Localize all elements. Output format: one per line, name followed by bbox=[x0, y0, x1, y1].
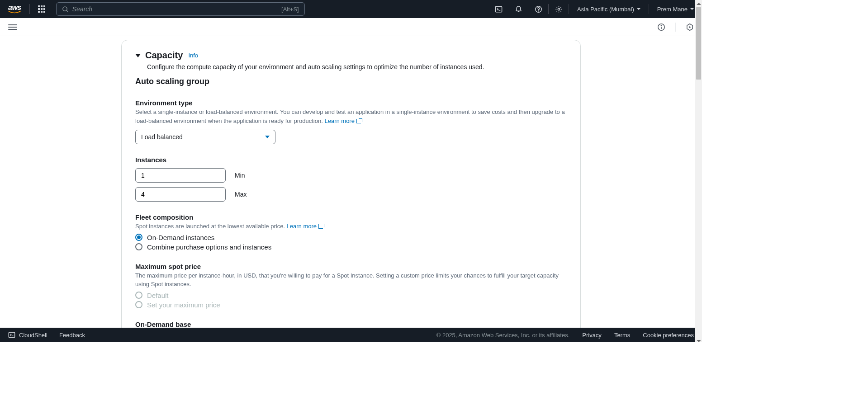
gear-icon bbox=[555, 5, 563, 13]
terms-link[interactable]: Terms bbox=[614, 332, 630, 339]
search-icon bbox=[62, 6, 69, 13]
services-menu-button[interactable] bbox=[30, 5, 53, 13]
copyright-text: © 2025, Amazon Web Services, Inc. or its… bbox=[436, 332, 570, 339]
caret-down-icon bbox=[637, 8, 640, 10]
instances-label: Instances bbox=[135, 156, 567, 164]
cloudshell-label: CloudShell bbox=[19, 332, 47, 339]
fleet-learn-more-link[interactable]: Learn more bbox=[287, 222, 324, 231]
account-menu[interactable]: Prem Mane bbox=[649, 6, 702, 13]
privacy-link[interactable]: Privacy bbox=[582, 332, 602, 339]
scroll-track[interactable] bbox=[695, 7, 702, 335]
fleet-help-text: Spot instances are launched at the lowes… bbox=[135, 223, 287, 230]
bell-icon bbox=[515, 5, 522, 13]
external-link-icon bbox=[318, 224, 324, 229]
env-type-select[interactable]: Load balanced bbox=[135, 130, 275, 144]
capacity-panel: Capacity Info Configure the compute capa… bbox=[121, 40, 581, 328]
grid-icon bbox=[38, 5, 45, 13]
svg-point-9 bbox=[661, 25, 662, 26]
cloudshell-nav-button[interactable] bbox=[489, 0, 508, 18]
panel-title: Capacity bbox=[145, 50, 183, 61]
instances-max-label: Max bbox=[235, 191, 247, 198]
fleet-ondemand-label: On-Demand instances bbox=[147, 234, 214, 241]
aws-smile-icon bbox=[8, 11, 21, 14]
feedback-link[interactable]: Feedback bbox=[59, 332, 85, 339]
help-button[interactable] bbox=[528, 0, 548, 18]
external-link-icon bbox=[356, 118, 362, 123]
instances-max-input[interactable] bbox=[135, 187, 226, 202]
separator bbox=[675, 23, 676, 32]
cloudshell-footer-button[interactable]: CloudShell bbox=[8, 331, 47, 339]
fleet-help: Spot instances are launched at the lowes… bbox=[135, 222, 567, 231]
learn-more-text: Learn more bbox=[324, 117, 354, 126]
aws-logo[interactable]: aws bbox=[0, 4, 29, 14]
svg-point-5 bbox=[538, 10, 539, 11]
spot-label: Maximum spot price bbox=[135, 263, 567, 270]
browser-scrollbar[interactable] bbox=[695, 0, 702, 342]
caret-down-icon bbox=[690, 8, 694, 10]
settings-button[interactable] bbox=[549, 0, 569, 18]
fleet-ondemand-radio[interactable] bbox=[135, 234, 142, 241]
cloudshell-icon bbox=[8, 331, 15, 339]
top-nav: aws [Alt+S] bbox=[0, 0, 702, 18]
search-input[interactable] bbox=[72, 5, 281, 13]
footer: CloudShell Feedback © 2025, Amazon Web S… bbox=[0, 328, 702, 342]
search-shortcut: [Alt+S] bbox=[281, 6, 299, 13]
help-panel-toggle[interactable] bbox=[686, 23, 694, 31]
help-icon bbox=[535, 5, 542, 13]
spot-default-label: Default bbox=[147, 292, 169, 299]
scroll-thumb[interactable] bbox=[696, 7, 701, 80]
aws-logo-text: aws bbox=[8, 4, 21, 11]
spot-custom-label: Set your maximum price bbox=[147, 301, 220, 309]
svg-point-6 bbox=[558, 8, 560, 10]
scroll-up-arrow[interactable] bbox=[695, 0, 702, 7]
search-box[interactable]: [Alt+S] bbox=[56, 2, 305, 16]
info-icon bbox=[657, 23, 665, 31]
cloudshell-icon bbox=[495, 5, 503, 13]
svg-point-0 bbox=[63, 6, 67, 10]
region-selector[interactable]: Asia Pacific (Mumbai) bbox=[569, 6, 649, 13]
spot-default-radio bbox=[135, 292, 142, 299]
info-panel-toggle[interactable] bbox=[657, 23, 665, 31]
svg-line-1 bbox=[66, 10, 68, 12]
info-link[interactable]: Info bbox=[188, 52, 198, 59]
instances-min-input[interactable] bbox=[135, 168, 226, 183]
side-nav-toggle[interactable] bbox=[8, 23, 17, 31]
sub-bar bbox=[0, 18, 702, 36]
fleet-label: Fleet composition bbox=[135, 213, 567, 221]
spot-help: The maximum price per instance-hour, in … bbox=[135, 271, 567, 289]
fleet-combine-label: Combine purchase options and instances bbox=[147, 243, 271, 251]
scroll-down-arrow[interactable] bbox=[695, 335, 702, 342]
env-type-value: Load balanced bbox=[141, 133, 183, 141]
region-label: Asia Pacific (Mumbai) bbox=[577, 6, 634, 13]
auto-scaling-heading: Auto scaling group bbox=[135, 77, 567, 86]
fleet-combine-radio[interactable] bbox=[135, 243, 142, 250]
ondemand-base-label: On-Demand base bbox=[135, 320, 567, 328]
cookie-prefs-link[interactable]: Cookie preferences bbox=[643, 332, 694, 339]
spot-custom-radio bbox=[135, 301, 142, 308]
main-content: Capacity Info Configure the compute capa… bbox=[0, 36, 702, 328]
collapse-toggle[interactable] bbox=[135, 54, 141, 57]
env-type-learn-more-link[interactable]: Learn more bbox=[324, 117, 362, 126]
learn-more-text: Learn more bbox=[287, 222, 317, 231]
env-type-help: Select a single-instance or load-balance… bbox=[135, 108, 567, 125]
env-type-label: Environment type bbox=[135, 99, 567, 107]
svg-point-10 bbox=[689, 26, 691, 28]
select-caret-icon bbox=[265, 136, 270, 138]
hex-icon bbox=[686, 23, 694, 31]
notifications-button[interactable] bbox=[508, 0, 528, 18]
user-label: Prem Mane bbox=[657, 6, 688, 13]
panel-description: Configure the compute capacity of your e… bbox=[147, 63, 567, 71]
instances-min-label: Min bbox=[235, 172, 245, 179]
